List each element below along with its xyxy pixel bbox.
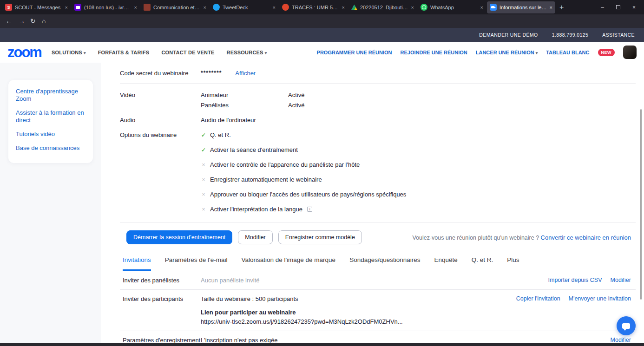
host-meeting-link[interactable]: LANCER UNE RÉUNION▾ — [476, 50, 538, 55]
video-row: Vidéo Animateur Activé Panélistes Activé — [120, 84, 636, 109]
option-practice-session: ✓ Activer la séance d'entraînement — [201, 146, 406, 153]
browser-tab-tweetdeck[interactable]: TweetDeck × — [210, 1, 278, 13]
browser-tab-whatsapp[interactable]: WhatsApp × — [418, 1, 486, 13]
sidebar-link-video-tutorials[interactable]: Tutoriels vidéo — [16, 131, 85, 138]
video-host-name: Animateur — [201, 91, 288, 98]
close-icon[interactable]: × — [342, 5, 345, 10]
chevron-down-icon: ▾ — [84, 51, 86, 55]
nav-contact-sales[interactable]: CONTACT DE VENTE — [161, 50, 214, 55]
copy-invitation-link[interactable]: Copier l'invitation — [516, 295, 560, 325]
tab-survey[interactable]: Enquête — [434, 256, 458, 271]
new-tab-button[interactable]: + — [559, 3, 564, 12]
nav-plans-pricing[interactable]: FORFAITS & TARIFS — [98, 50, 150, 55]
screen: S SCOUT - Messages × (108 non lus) - ivr… — [0, 0, 644, 346]
close-icon[interactable]: × — [273, 5, 276, 10]
edit-button[interactable]: Modifier — [238, 230, 272, 244]
webinar-size: Taille du webinaire : 500 participants — [201, 295, 403, 302]
show-passcode-link[interactable]: Afficher — [235, 70, 256, 77]
scout-favicon: S — [5, 4, 12, 11]
close-icon[interactable]: × — [204, 5, 206, 10]
invite-panelists-label: Inviter des panélistes — [123, 277, 201, 284]
browser-tab-mail[interactable]: (108 non lus) - ivrel001@yaho × — [72, 1, 140, 13]
learning-links-card: Centre d'apprentissage Zoom Assister à l… — [8, 80, 93, 163]
edit-panelists-link[interactable]: Modifier — [611, 277, 631, 284]
close-icon[interactable]: × — [480, 5, 483, 10]
maximize-button[interactable] — [616, 5, 620, 9]
schedule-meeting-link[interactable]: PROGRAMMER UNE RÉUNION — [317, 50, 392, 55]
nav-resources[interactable]: RESSOURCES▾ — [227, 50, 267, 55]
tab-branding[interactable]: Valorisation de l'image de marque — [241, 256, 335, 271]
audio-row: Audio Audio de l'ordinateur — [120, 109, 636, 124]
phone-number: 1.888.799.0125 — [552, 32, 589, 38]
assistance-link[interactable]: ASSISTANCE — [602, 32, 635, 38]
forward-icon[interactable]: → — [19, 16, 25, 26]
sidebar-link-knowledge-base[interactable]: Base de connaissances — [16, 144, 85, 152]
option-text: Enregistrer automatiquement le webinaire — [210, 176, 322, 183]
back-icon[interactable]: ← — [6, 16, 12, 26]
option-text: Q. et R. — [210, 131, 231, 138]
check-icon: ✓ — [201, 132, 206, 138]
browser-tab-scout[interactable]: S SCOUT - Messages × — [2, 1, 71, 13]
tab-invitations[interactable]: Invitations — [123, 256, 151, 271]
nav-solutions[interactable]: SOLUTIONS▾ — [52, 50, 86, 55]
browser-tab-drive[interactable]: 20220512_Djibouti_PSPCA - G × — [348, 1, 417, 13]
convert-webinar-link[interactable]: Convertir ce webinaire en réunion — [541, 234, 631, 241]
chevron-down-icon: ▾ — [265, 51, 267, 55]
browser-tab-traces[interactable]: TRACES : UMR 5608 × — [279, 1, 348, 13]
browser-tab-communication[interactable]: Communication et diffusion × — [141, 1, 209, 13]
save-as-template-button[interactable]: Enregistrer comme modèle — [278, 230, 362, 244]
site-body: Centre d'apprentissage Zoom Assister à l… — [0, 63, 644, 343]
option-text: Activer le contrôle de l'apparence du pa… — [210, 161, 360, 168]
option-text: Activer l'interprétation de la langue — [210, 206, 302, 213]
info-icon[interactable]: i — [307, 207, 312, 212]
sidebar-link-learning-center[interactable]: Centre d'apprentissage Zoom — [16, 88, 85, 103]
header-actions: PROGRAMMER UNE RÉUNION REJOINDRE UNE RÉU… — [317, 46, 637, 59]
whiteboard-link[interactable]: TABLEAU BLANC — [546, 50, 589, 55]
video-panelists-name: Panélistes — [201, 102, 288, 109]
invite-panelists-row: Inviter des panélistes Aucun panéliste i… — [120, 271, 636, 290]
scrollbar[interactable] — [640, 109, 642, 300]
join-meeting-link[interactable]: REJOINDRE UNE RÉUNION — [401, 50, 467, 55]
start-practice-session-button[interactable]: Démarrer la session d'entraînement — [126, 230, 232, 244]
traces-favicon — [282, 4, 289, 11]
avatar[interactable] — [623, 46, 637, 59]
close-icon[interactable]: × — [550, 5, 552, 10]
bottom-strip — [0, 343, 644, 346]
tab-title: Informations sur le webinaire — [499, 5, 547, 10]
close-icon[interactable]: × — [134, 5, 137, 10]
chevron-down-icon: ▾ — [536, 51, 538, 55]
browser-tab-webinar-active[interactable]: Informations sur le webinaire × — [487, 1, 555, 13]
document-favicon — [144, 4, 151, 11]
minimize-button[interactable]: – — [601, 4, 604, 11]
invite-attendees-label: Inviter des participants — [123, 295, 201, 325]
x-icon: × — [201, 191, 206, 198]
home-icon[interactable]: ⌂ — [42, 16, 46, 26]
video-panelists-line: Panélistes Activé — [201, 102, 304, 109]
x-icon: × — [201, 162, 206, 168]
close-icon[interactable]: × — [65, 5, 68, 10]
passcode-row: Code secret du webinaire ******** Affich… — [120, 63, 636, 84]
tab-polls[interactable]: Sondages/questionnaires — [349, 256, 420, 271]
audio-value: Audio de l'ordinateur — [201, 117, 256, 124]
tab-more[interactable]: Plus — [507, 256, 519, 271]
window-close-button[interactable]: × — [632, 4, 636, 11]
check-icon: ✓ — [201, 147, 206, 153]
main-content: Code secret du webinaire ******** Affich… — [101, 63, 644, 343]
passcode-label: Code secret du webinaire — [120, 70, 201, 77]
tab-email-settings[interactable]: Paramètres de l'e-mail — [165, 256, 228, 271]
join-link-title: Lien pour participer au webinaire — [201, 309, 403, 316]
video-host-line: Animateur Activé — [201, 91, 304, 98]
zoom-logo[interactable]: zoom — [7, 46, 41, 59]
request-demo-link[interactable]: DEMANDER UNE DÉMO — [479, 32, 538, 38]
sidebar-link-live-training[interactable]: Assister à la formation en direct — [16, 109, 85, 124]
window-controls: – × — [601, 4, 644, 11]
option-auto-record: × Enregistrer automatiquement le webinai… — [201, 176, 406, 183]
page-tabs: Invitations Paramètres de l'e-mail Valor… — [120, 251, 636, 271]
import-csv-link[interactable]: Importer depuis CSV — [548, 277, 602, 284]
tab-qa[interactable]: Q. et R. — [472, 256, 493, 271]
chat-button[interactable] — [617, 316, 636, 335]
reload-icon[interactable]: ↻ — [30, 16, 36, 26]
close-icon[interactable]: × — [411, 5, 414, 10]
new-badge: NEW — [598, 49, 615, 56]
site-header: zoom SOLUTIONS▾ FORFAITS & TARIFS CONTAC… — [0, 42, 644, 63]
